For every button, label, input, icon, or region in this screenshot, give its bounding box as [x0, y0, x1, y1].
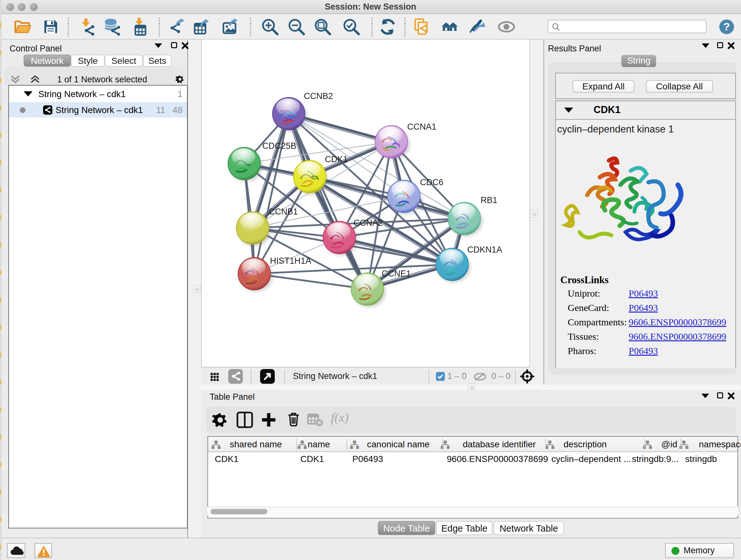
svg-text:CCNB1: CCNB1 [269, 207, 298, 216]
svg-text:CDC6: CDC6 [420, 178, 444, 187]
svg-text:HIST1H1A: HIST1H1A [270, 256, 311, 266]
svg-text:CDC25B: CDC25B [262, 141, 296, 151]
svg-text:RB1: RB1 [481, 195, 497, 205]
svg-text:?: ? [724, 20, 730, 33]
svg-text:CCNA1: CCNA1 [407, 122, 436, 132]
svg-text:CDK1: CDK1 [325, 154, 348, 164]
svg-text:CCNA2: CCNA2 [354, 218, 383, 228]
svg-text:CDKN1A: CDKN1A [467, 245, 502, 254]
svg-text:CCNE1: CCNE1 [382, 269, 411, 278]
svg-text:CCNB2: CCNB2 [304, 91, 333, 101]
